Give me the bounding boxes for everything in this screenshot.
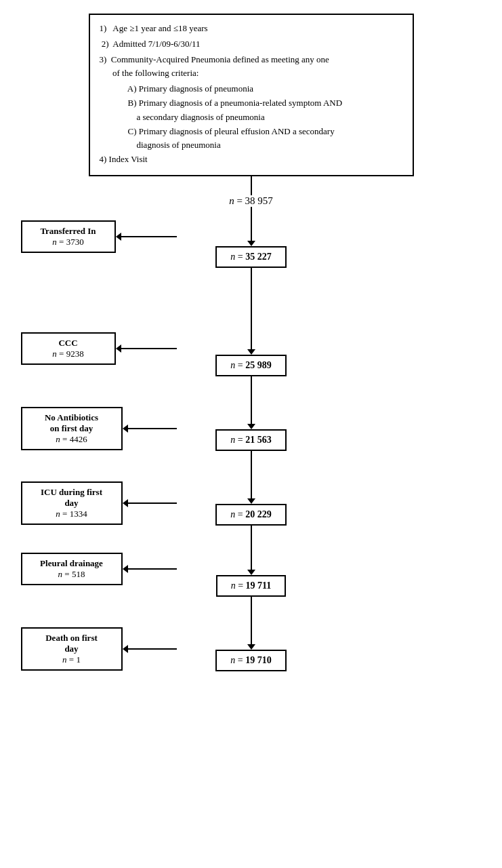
n5-box: n = 19 711 [216, 575, 287, 597]
criteria-sub-c: C) Primary diagnosis of pleural effusion… [110, 125, 403, 153]
n1-box: n = 35 227 [215, 246, 286, 268]
arrow-line-5a [251, 526, 252, 570]
n2-box: n = 25 989 [215, 355, 286, 376]
horiz-line-death [128, 648, 177, 650]
arrow-line-2a [251, 268, 252, 349]
pleural-n: n = 518 [29, 569, 114, 580]
no-antibiotics-n: n = 4426 [29, 434, 114, 445]
ccc-n: n = 9238 [29, 349, 108, 359]
transferred-label: Transferred In [29, 226, 108, 237]
criteria-item-4: 4) Index Visit [100, 153, 403, 167]
transferred-in-box: Transferred In n = 3730 [21, 220, 116, 253]
flowchart: 1) Age ≥1 year and ≤18 years 2) Admitted… [21, 14, 482, 854]
pleural-label: Pleural drainage [29, 558, 114, 569]
arrowhead-5 [247, 570, 255, 575]
horiz-arrow-icu [123, 499, 128, 507]
horiz-line-pleural [128, 568, 177, 570]
horiz-line-transferred [121, 236, 177, 237]
n4-box: n = 20 229 [215, 504, 286, 526]
death-label: Death on firstday [29, 633, 114, 654]
criteria-item-3: 3) Community-Acquired Pneumonia defined … [100, 53, 403, 81]
criteria-sub-b: B) Primary diagnosis of a pneumonia-rela… [110, 96, 403, 125]
arrowhead-3 [247, 424, 255, 429]
criteria-box: 1) Age ≥1 year and ≤18 years 2) Admitted… [89, 14, 414, 176]
horiz-arrow-death [123, 645, 128, 653]
n6-box: n = 19 710 [215, 650, 286, 671]
ccc-box: CCC n = 9238 [21, 332, 116, 365]
arrow-line-1a [251, 207, 252, 241]
arrowhead-2 [247, 349, 255, 355]
death-n: n = 1 [29, 654, 114, 665]
horiz-line-ccc [121, 348, 177, 349]
criteria-item-2: 2) Admitted 7/1/09-6/30/11 [100, 37, 403, 52]
horiz-line-icu [128, 502, 177, 504]
arrowhead-6 [247, 644, 255, 650]
criteria-item-1: 1) Age ≥1 year and ≤18 years [100, 22, 403, 36]
arrowhead-1 [247, 241, 255, 246]
death-box: Death on firstday n = 1 [21, 627, 123, 671]
icu-box: ICU during firstday n = 1334 [21, 481, 123, 525]
horiz-arrow-ccc [116, 344, 121, 353]
pleural-box: Pleural drainage n = 518 [21, 553, 123, 585]
horiz-arrow-pleural [123, 565, 128, 573]
arrow-line-4a [251, 451, 252, 498]
horiz-line-antibiotics [128, 428, 177, 429]
arrow-line-0 [251, 176, 252, 195]
transferred-n: n = 3730 [29, 237, 108, 248]
icu-n: n = 1334 [29, 509, 114, 519]
criteria-sub-a: A) Primary diagnosis of pneumonia [110, 82, 403, 96]
no-antibiotics-label: No Antibioticson first day [29, 412, 114, 434]
icu-label: ICU during firstday [29, 487, 114, 509]
arrow-line-3a [251, 376, 252, 424]
n0-label: n = 38 957 [229, 195, 273, 207]
arrowhead-4 [247, 498, 255, 504]
ccc-label: CCC [29, 338, 108, 349]
arrow-line-6a [251, 597, 252, 644]
horiz-arrow-antibiotics [123, 425, 128, 433]
n3-box: n = 21 563 [215, 429, 286, 451]
no-antibiotics-box: No Antibioticson first day n = 4426 [21, 407, 123, 450]
horiz-arrow-transferred [116, 233, 121, 241]
